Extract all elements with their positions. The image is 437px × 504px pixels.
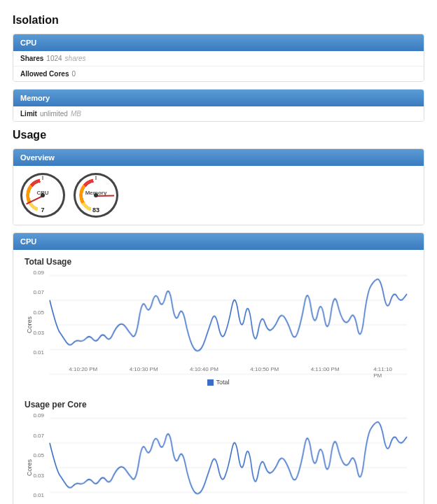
- overview-header: Overview: [13, 149, 424, 166]
- isolation-memory-panel: Memory Limit unlimited MB: [13, 89, 424, 122]
- cpu-allowed-cores-row: Allowed Cores 0: [13, 66, 424, 81]
- cpu-shares-value: 1024: [46, 55, 62, 62]
- cpu-gauge: CPU 7: [20, 173, 65, 218]
- cpu-allowed-cores-value: 0: [71, 70, 76, 78]
- memory-limit-unit: MB: [71, 110, 81, 118]
- usage-cpu-panel: CPU Total Usage Cores 0.010.030.050.070.…: [13, 232, 424, 504]
- cpu-shares-unit: shares: [65, 55, 86, 62]
- chart-total-canvas: [47, 272, 410, 377]
- chart-total-title: Total Usage: [25, 257, 414, 267]
- legend-swatch-icon: [207, 379, 214, 386]
- memory-gauge: Memory 83: [74, 173, 118, 218]
- memory-limit-label: Limit: [20, 110, 37, 118]
- usage-cpu-header: CPU: [13, 233, 424, 250]
- chart-percore-title: Usage per Core: [25, 400, 414, 410]
- chart-total-legend: Total: [23, 379, 414, 386]
- isolation-cpu-panel: CPU Shares 1024 shares Allowed Cores 0: [13, 34, 424, 82]
- chart-percore-canvas: [47, 415, 410, 504]
- cpu-allowed-cores-label: Allowed Cores: [20, 70, 69, 78]
- isolation-cpu-header: CPU: [13, 34, 424, 51]
- cpu-shares-row: Shares 1024 shares: [13, 51, 424, 66]
- memory-gauge-value: 83: [74, 206, 118, 214]
- chart-usage-per-core: Usage per Core Cores 0.010.030.050.070.0…: [13, 393, 424, 504]
- isolation-memory-header: Memory: [13, 90, 424, 106]
- isolation-heading: Isolation: [13, 14, 424, 27]
- usage-heading: Usage: [13, 129, 424, 141]
- chart-total-usage: Total Usage Cores 0.010.030.050.070.09 4…: [13, 250, 424, 393]
- cpu-gauge-value: 7: [20, 206, 65, 214]
- memory-limit-value: unlimited: [40, 110, 68, 118]
- memory-limit-row: Limit unlimited MB: [13, 106, 424, 121]
- overview-panel: Overview CPU 7 Memory 83: [13, 148, 424, 225]
- cpu-shares-label: Shares: [20, 55, 43, 62]
